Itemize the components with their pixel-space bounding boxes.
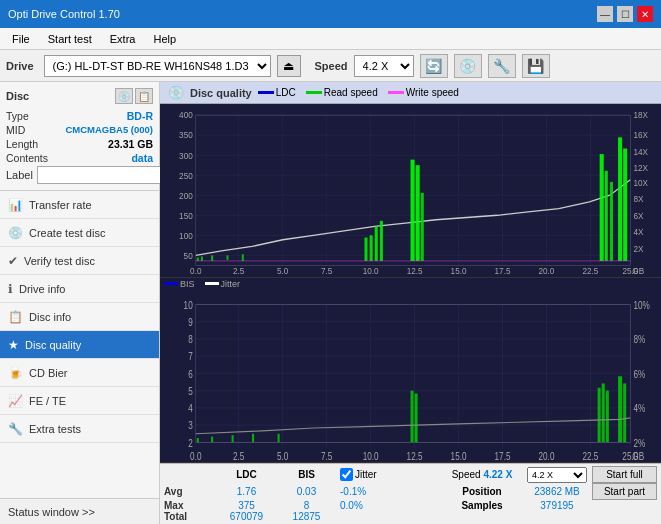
settings-button[interactable]: 🔧 bbox=[488, 54, 516, 78]
svg-rect-112 bbox=[197, 438, 199, 442]
jitter-label: Jitter bbox=[355, 469, 377, 480]
svg-rect-60 bbox=[600, 154, 604, 261]
menu-bar: File Start test Extra Help bbox=[0, 28, 661, 50]
sidebar-item-fe-te[interactable]: 📈 FE / TE bbox=[0, 387, 159, 415]
main-layout: Disc 💿 📋 Type BD-R MID CMCMAGBA5 (000) L… bbox=[0, 82, 661, 524]
speed-dropdown[interactable]: 4.2 X bbox=[527, 467, 587, 483]
sidebar-item-cd-bier[interactable]: 🍺 CD Bier bbox=[0, 359, 159, 387]
drive-bar: Drive (G:) HL-DT-ST BD-RE WH16NS48 1.D3 … bbox=[0, 50, 661, 82]
ldc-col-header: LDC bbox=[214, 469, 279, 480]
svg-rect-54 bbox=[370, 235, 373, 261]
save-button[interactable]: 💾 bbox=[522, 54, 550, 78]
svg-text:250: 250 bbox=[179, 170, 193, 180]
nav-label-drive-info: Drive info bbox=[19, 283, 65, 295]
svg-text:12X: 12X bbox=[633, 162, 648, 172]
nav-label-transfer-rate: Transfer rate bbox=[29, 199, 92, 211]
svg-text:350: 350 bbox=[179, 130, 193, 140]
svg-rect-115 bbox=[252, 433, 254, 442]
menu-extra[interactable]: Extra bbox=[102, 31, 144, 47]
svg-rect-117 bbox=[411, 390, 414, 442]
svg-rect-114 bbox=[232, 435, 234, 442]
jitter-checkbox[interactable] bbox=[340, 468, 353, 481]
samples-value: 379195 bbox=[522, 500, 592, 511]
svg-text:12.5: 12.5 bbox=[407, 266, 423, 276]
transfer-rate-icon: 📊 bbox=[8, 198, 23, 212]
speed-label-text: Speed bbox=[452, 469, 481, 480]
type-value: BD-R bbox=[127, 110, 153, 122]
status-window-button[interactable]: Status window >> bbox=[0, 498, 159, 524]
fe-te-icon: 📈 bbox=[8, 394, 23, 408]
sidebar-item-disc-quality[interactable]: ★ Disc quality bbox=[0, 331, 159, 359]
svg-rect-61 bbox=[605, 171, 608, 261]
svg-rect-118 bbox=[415, 393, 418, 442]
chart-lower: 10 9 8 7 6 5 4 3 2 10% 8% 6% bbox=[160, 290, 661, 464]
start-full-cell: Start full bbox=[592, 466, 657, 483]
svg-text:100: 100 bbox=[179, 230, 193, 240]
sidebar-item-transfer-rate[interactable]: 📊 Transfer rate bbox=[0, 191, 159, 219]
svg-text:4: 4 bbox=[188, 401, 193, 414]
label-label: Label bbox=[6, 169, 33, 181]
start-full-button[interactable]: Start full bbox=[592, 466, 657, 483]
svg-text:10.0: 10.0 bbox=[363, 449, 379, 462]
svg-rect-48 bbox=[197, 258, 199, 261]
app-title: Opti Drive Control 1.70 bbox=[8, 8, 120, 20]
stats-header-row: LDC BIS Jitter Speed 4.22 X 4.2 X Start … bbox=[164, 466, 657, 483]
length-value: 23.31 GB bbox=[108, 138, 153, 150]
sidebar-item-create-test-disc[interactable]: 💿 Create test disc bbox=[0, 219, 159, 247]
disc-info-icon: 📋 bbox=[8, 310, 23, 324]
svg-text:50: 50 bbox=[184, 250, 193, 260]
drive-label: Drive bbox=[6, 60, 34, 72]
svg-text:GB: GB bbox=[632, 449, 644, 462]
svg-text:8: 8 bbox=[188, 332, 193, 345]
sidebar-item-disc-info[interactable]: 📋 Disc info bbox=[0, 303, 159, 331]
speed-select[interactable]: 4.2 X bbox=[354, 55, 414, 77]
menu-file[interactable]: File bbox=[4, 31, 38, 47]
content-area: 💿 Disc quality LDC Read speed Write spee… bbox=[160, 82, 661, 524]
svg-text:5.0: 5.0 bbox=[277, 266, 289, 276]
minimize-button[interactable]: — bbox=[597, 6, 613, 22]
label-input[interactable] bbox=[37, 166, 170, 184]
svg-text:18X: 18X bbox=[633, 110, 648, 120]
disc-quality-icon: ★ bbox=[8, 338, 19, 352]
create-test-disc-icon: 💿 bbox=[8, 226, 23, 240]
nav-label-extra-tests: Extra tests bbox=[29, 423, 81, 435]
svg-text:6%: 6% bbox=[633, 367, 645, 380]
speed-stat-value: 4.22 X bbox=[483, 469, 512, 480]
svg-rect-52 bbox=[242, 254, 244, 261]
menu-start-test[interactable]: Start test bbox=[40, 31, 100, 47]
avg-ldc: 1.76 bbox=[214, 486, 279, 497]
maximize-button[interactable]: ☐ bbox=[617, 6, 633, 22]
position-label-text: Position bbox=[442, 486, 522, 497]
sidebar-item-extra-tests[interactable]: 🔧 Extra tests bbox=[0, 415, 159, 443]
svg-text:17.5: 17.5 bbox=[495, 449, 511, 462]
eject-button[interactable]: ⏏ bbox=[277, 55, 301, 77]
sidebar-item-verify-test-disc[interactable]: ✔ Verify test disc bbox=[0, 247, 159, 275]
disc-icon-1[interactable]: 💿 bbox=[115, 88, 133, 104]
disc-icon-2[interactable]: 📋 bbox=[135, 88, 153, 104]
title-bar: Opti Drive Control 1.70 — ☐ ✕ bbox=[0, 0, 661, 28]
svg-text:5.0: 5.0 bbox=[277, 449, 289, 462]
close-button[interactable]: ✕ bbox=[637, 6, 653, 22]
nav-label-fe-te: FE / TE bbox=[29, 395, 66, 407]
start-part-button[interactable]: Start part bbox=[592, 483, 657, 500]
total-ldc: 670079 bbox=[214, 511, 279, 522]
svg-text:6X: 6X bbox=[633, 210, 643, 220]
disc-button[interactable]: 💿 bbox=[454, 54, 482, 78]
menu-help[interactable]: Help bbox=[145, 31, 184, 47]
sidebar-item-drive-info[interactable]: ℹ Drive info bbox=[0, 275, 159, 303]
svg-text:2.5: 2.5 bbox=[233, 266, 245, 276]
svg-rect-63 bbox=[618, 137, 622, 261]
drive-select[interactable]: (G:) HL-DT-ST BD-RE WH16NS48 1.D3 bbox=[44, 55, 271, 77]
svg-rect-64 bbox=[623, 149, 627, 261]
max-label: Max bbox=[164, 500, 214, 511]
refresh-button[interactable]: 🔄 bbox=[420, 54, 448, 78]
status-window-label: Status window >> bbox=[8, 506, 95, 518]
svg-rect-121 bbox=[606, 390, 609, 442]
legend-upper: LDC Read speed Write speed bbox=[258, 87, 459, 98]
svg-text:22.5: 22.5 bbox=[582, 449, 598, 462]
nav-label-disc-quality: Disc quality bbox=[25, 339, 81, 351]
max-jitter: 0.0% bbox=[334, 500, 442, 511]
svg-text:200: 200 bbox=[179, 190, 193, 200]
svg-text:14X: 14X bbox=[633, 147, 648, 157]
svg-text:8X: 8X bbox=[633, 194, 643, 204]
